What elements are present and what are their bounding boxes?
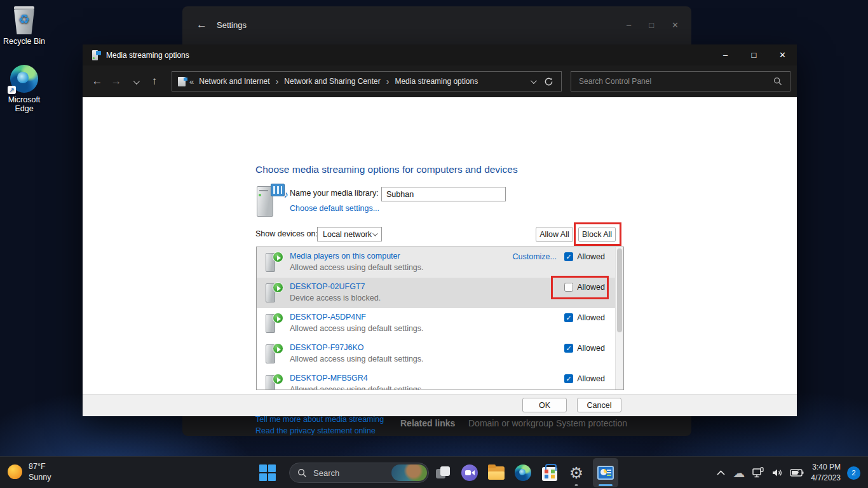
computer-device-icon (264, 374, 283, 390)
breadcrumb-item-media-streaming-options[interactable]: Media streaming options (395, 77, 478, 86)
checkbox-checked-icon[interactable]: ✓ (564, 344, 573, 353)
breadcrumb-item-network-sharing-center[interactable]: Network and Sharing Center (284, 77, 380, 86)
control-panel-button-active[interactable] (593, 458, 618, 487)
allowed-checkbox-desktop-f97j6ko[interactable]: ✓ Allowed (564, 344, 605, 353)
nav-recent-pages-chevron[interactable] (126, 75, 145, 88)
taskbar-search-box[interactable]: Search (289, 463, 429, 483)
search-icon[interactable] (773, 77, 782, 86)
link-domain-or-workgroup[interactable]: Domain or workgroup (468, 418, 553, 428)
desktop-icon-microsoft-edge[interactable]: ↗ Microsoft Edge (1, 64, 47, 113)
network-select-value: Local network (323, 230, 372, 239)
device-list-scrollbar[interactable] (615, 247, 623, 390)
maximize-button[interactable]: □ (740, 44, 768, 65)
allow-all-button[interactable]: Allow All (536, 227, 573, 242)
refresh-icon[interactable] (544, 77, 553, 86)
device-list: Media players on this computer Allowed a… (256, 247, 624, 390)
nav-up-button[interactable]: ↑ (145, 75, 164, 88)
device-status: Allowed access using default settings. (290, 385, 424, 390)
network-icon[interactable] (752, 467, 764, 478)
page-title: Choose media streaming options for compu… (255, 164, 518, 175)
windows-logo-icon (259, 464, 276, 481)
clock-time: 3:40 PM (811, 462, 841, 473)
dialog-content: Choose media streaming options for compu… (83, 97, 797, 394)
privacy-statement-link[interactable]: Read the privacy statement online (255, 426, 376, 435)
folder-icon (488, 466, 505, 480)
search-control-panel-input[interactable]: Search Control Panel (571, 71, 790, 92)
allowed-checkbox-desktop-mfb5gr4[interactable]: ✓ Allowed (564, 374, 605, 383)
link-system-protection[interactable]: System protection (556, 418, 627, 428)
store-bag-icon (542, 467, 557, 481)
edge-button[interactable] (510, 458, 536, 487)
media-streaming-info-link[interactable]: Tell me more about media streaming (255, 415, 384, 424)
media-library-name-input[interactable] (381, 187, 506, 201)
choose-default-settings-link[interactable]: Choose default settings... (290, 204, 379, 213)
dialog-titlebar[interactable]: Media streaming options – □ ✕ (83, 44, 797, 65)
breadcrumb[interactable]: « Network and Internet › Network and Sha… (172, 71, 562, 92)
device-name[interactable]: DESKTOP-MFB5GR4 (290, 374, 368, 383)
start-button[interactable] (257, 458, 278, 487)
device-status: Allowed access using default settings. (290, 324, 424, 333)
settings-app-button[interactable]: ⚙ (564, 458, 589, 487)
allowed-checkbox-media-players[interactable]: ✓ Allowed (564, 252, 605, 261)
bing-daily-image[interactable] (391, 464, 427, 481)
close-button[interactable]: ✕ (768, 44, 797, 65)
minimize-button[interactable]: – (711, 44, 740, 65)
chat-button[interactable] (457, 458, 482, 487)
onedrive-icon[interactable]: ☁ (733, 466, 745, 480)
device-row-desktop-a5dp4nf[interactable]: DESKTOP-A5DP4NF Allowed access using def… (257, 308, 615, 339)
breadcrumb-overflow-icon[interactable]: « (189, 77, 194, 86)
device-row-media-players[interactable]: Media players on this computer Allowed a… (257, 247, 615, 278)
breadcrumb-dropdown-chevron-icon[interactable] (531, 78, 537, 84)
show-devices-on-label: Show devices on: (255, 229, 318, 238)
network-select-dropdown[interactable]: Local network (317, 227, 382, 241)
checkbox-checked-icon[interactable]: ✓ (564, 374, 573, 383)
cancel-button[interactable]: Cancel (577, 398, 621, 412)
hidden-icons-chevron[interactable] (716, 470, 726, 476)
related-links-heading: Related links (400, 418, 455, 428)
computer-device-icon (264, 343, 283, 365)
settings-maximize-button[interactable]: □ (649, 20, 654, 30)
settings-window-title: Settings (217, 20, 247, 30)
nav-back-button[interactable]: ← (88, 75, 107, 88)
nav-forward-button[interactable]: → (107, 75, 126, 88)
dialog-footer: OK Cancel (83, 394, 797, 416)
shortcut-arrow-icon: ↗ (8, 86, 16, 94)
microsoft-store-button[interactable] (537, 458, 562, 487)
ok-button[interactable]: OK (522, 398, 567, 412)
scrollbar-thumb[interactable] (617, 248, 622, 332)
weather-temperature: 87°F (29, 461, 51, 472)
checkbox-checked-icon[interactable]: ✓ (564, 313, 573, 322)
desktop-icon-recycle-bin[interactable]: ♻ Recycle Bin (1, 5, 47, 46)
settings-minimize-button[interactable]: – (627, 20, 631, 30)
breadcrumb-separator-icon: › (276, 76, 279, 86)
device-name[interactable]: DESKTOP-F97J6KO (290, 343, 363, 352)
device-name[interactable]: DESKTOP-02UFGT7 (290, 282, 365, 291)
notification-count-badge[interactable]: 2 (847, 466, 860, 480)
settings-close-button[interactable]: ✕ (672, 20, 679, 30)
dialog-navbar: ← → ↑ « Network and Internet › Network a… (83, 65, 797, 97)
settings-back-icon[interactable]: ← (196, 18, 215, 31)
task-view-button[interactable] (430, 458, 456, 487)
allowed-checkbox-desktop-a5dp4nf[interactable]: ✓ Allowed (564, 313, 605, 322)
taskbar: 87°F Sunny Search (0, 456, 868, 488)
device-name[interactable]: Media players on this computer (290, 252, 400, 261)
device-row-desktop-f97j6ko[interactable]: DESKTOP-F97J6KO Allowed access using def… (257, 339, 615, 369)
battery-charging-icon[interactable] (790, 468, 804, 477)
media-streaming-options-window: Media streaming options – □ ✕ ← → ↑ « Ne… (83, 44, 797, 416)
customize-link[interactable]: Customize... (513, 252, 557, 261)
device-name[interactable]: DESKTOP-A5DP4NF (290, 313, 366, 322)
search-icon (297, 468, 307, 478)
device-row-desktop-mfb5gr4[interactable]: DESKTOP-MFB5GR4 Allowed access using def… (257, 369, 615, 390)
volume-icon[interactable] (771, 468, 783, 478)
dropdown-chevron-icon (372, 231, 377, 236)
annotation-box-block-all (574, 222, 621, 246)
file-explorer-button[interactable] (484, 458, 509, 487)
breadcrumb-location-icon (178, 77, 186, 86)
checkbox-checked-icon[interactable]: ✓ (564, 252, 573, 261)
weather-widget[interactable]: 87°F Sunny (8, 461, 51, 483)
media-library-name-label: Name your media library: (290, 189, 379, 198)
running-indicator (575, 484, 578, 486)
breadcrumb-separator-icon: › (386, 76, 390, 86)
taskbar-clock[interactable]: 3:40 PM 4/7/2023 (811, 462, 841, 484)
breadcrumb-item-network-and-internet[interactable]: Network and Internet (199, 77, 269, 86)
